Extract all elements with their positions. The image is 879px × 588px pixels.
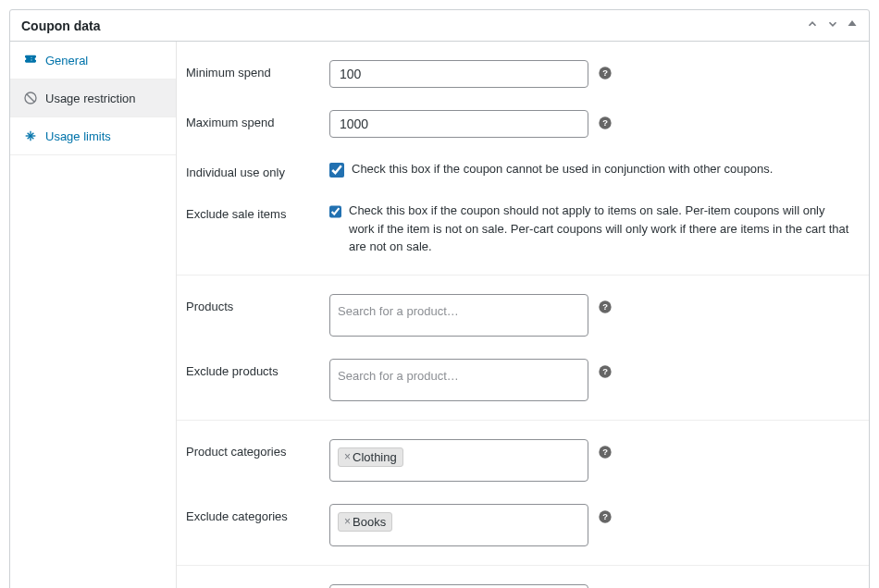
sidebar-label: General	[45, 54, 88, 67]
products-placeholder: Search for a product…	[338, 302, 459, 320]
section-spend: Minimum spend ? Maximum spend	[177, 42, 869, 276]
coupon-data-panel: Coupon data General Usage restriction	[9, 9, 870, 588]
row-min-spend: Minimum spend ?	[177, 49, 869, 99]
ticket-icon	[23, 53, 38, 67]
section-emails: Allowed emails ?	[177, 566, 869, 589]
row-max-spend: Maximum spend ?	[177, 99, 869, 149]
panel-controls	[806, 18, 858, 33]
svg-text:?: ?	[602, 68, 608, 78]
individual-use-checkbox[interactable]	[329, 163, 344, 178]
move-down-icon[interactable]	[826, 18, 839, 33]
exclude-sale-checkbox[interactable]	[329, 204, 341, 219]
help-icon[interactable]: ?	[598, 116, 613, 130]
help-icon[interactable]: ?	[598, 509, 613, 524]
label-product-categories: Product categories	[186, 439, 329, 459]
label-min-spend: Minimum spend	[186, 60, 329, 80]
help-icon[interactable]: ?	[598, 364, 613, 379]
svg-text:?: ?	[602, 512, 608, 521]
remove-tag-icon[interactable]: ×	[344, 515, 351, 528]
help-icon[interactable]: ?	[598, 66, 613, 80]
block-icon	[23, 91, 38, 105]
row-exclude-products: Exclude products Search for a product… ?	[177, 348, 869, 412]
svg-text:?: ?	[602, 447, 608, 457]
tag-label: Clothing	[353, 450, 397, 464]
row-products: Products Search for a product… ?	[177, 283, 869, 348]
sidebar: General Usage restriction Usage limits	[10, 42, 177, 588]
svg-text:?: ?	[602, 118, 608, 128]
remove-tag-icon[interactable]: ×	[344, 450, 351, 463]
min-spend-input[interactable]	[329, 60, 588, 88]
panel-title: Coupon data	[21, 18, 101, 33]
row-individual-use: Individual use only Check this box if th…	[177, 149, 869, 190]
label-exclude-categories: Exclude categories	[186, 504, 329, 523]
sidebar-item-usage-limits[interactable]: Usage limits	[10, 117, 176, 155]
form-area: Minimum spend ? Maximum spend	[177, 42, 869, 588]
exclude-categories-input[interactable]: × Books	[329, 504, 588, 546]
label-exclude-sale: Exclude sale items	[186, 202, 329, 221]
panel-header: Coupon data	[10, 10, 869, 42]
individual-use-desc: Check this box if the coupon cannot be u…	[352, 160, 773, 178]
sidebar-item-usage-restriction[interactable]: Usage restriction	[10, 80, 176, 117]
help-icon[interactable]: ?	[598, 445, 613, 459]
row-exclude-categories: Exclude categories × Books ?	[177, 493, 869, 557]
section-categories: Product categories × Clothing ?	[177, 421, 869, 566]
exclude-sale-desc: Check this box if the coupon should not …	[349, 202, 850, 256]
section-products: Products Search for a product… ? Exclu	[177, 276, 869, 421]
label-products: Products	[186, 294, 329, 313]
label-max-spend: Maximum spend	[186, 110, 329, 129]
allowed-emails-input[interactable]	[329, 584, 588, 589]
panel-body: General Usage restriction Usage limits M…	[10, 42, 869, 588]
svg-text:?: ?	[602, 302, 608, 312]
max-spend-input[interactable]	[329, 110, 588, 138]
svg-text:?: ?	[602, 367, 608, 376]
row-exclude-sale: Exclude sale items Check this box if the…	[177, 190, 869, 267]
sidebar-label: Usage limits	[45, 129, 111, 143]
label-individual-use: Individual use only	[186, 160, 329, 179]
limits-icon	[23, 129, 38, 143]
category-tag: × Clothing	[338, 447, 403, 467]
svg-line-1	[27, 94, 34, 102]
toggle-panel-icon[interactable]	[847, 18, 858, 33]
sidebar-label: Usage restriction	[45, 92, 136, 105]
label-allowed-emails: Allowed emails	[186, 584, 329, 589]
move-up-icon[interactable]	[806, 18, 819, 33]
row-allowed-emails: Allowed emails ?	[177, 573, 869, 589]
tag-label: Books	[353, 515, 386, 529]
product-categories-input[interactable]: × Clothing	[329, 439, 588, 482]
category-tag: × Books	[338, 512, 392, 532]
sidebar-item-general[interactable]: General	[10, 42, 176, 80]
label-exclude-products: Exclude products	[186, 359, 329, 378]
exclude-products-input[interactable]: Search for a product…	[329, 359, 588, 401]
exclude-products-placeholder: Search for a product…	[338, 367, 459, 385]
help-icon[interactable]: ?	[598, 300, 613, 314]
row-product-categories: Product categories × Clothing ?	[177, 428, 869, 493]
products-input[interactable]: Search for a product…	[329, 294, 588, 337]
